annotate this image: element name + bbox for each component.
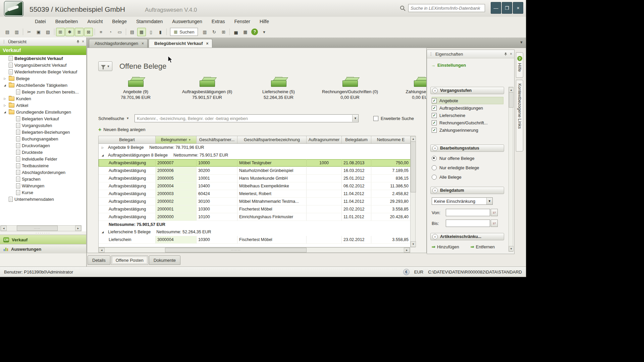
quick-search-input[interactable]: Kundennr., -bezeichnung, Belegnr. oder -… — [135, 114, 359, 122]
vorgangsstufe-zahlungserinnerung[interactable]: ✓Zahlungserinnerung — [432, 126, 503, 134]
einstellungen-link[interactable]: → Einstellungen — [431, 63, 466, 68]
expand-icon[interactable]: ▷ — [3, 77, 7, 80]
wrench-settings-icon[interactable]: ✱ — [65, 28, 74, 36]
pin-icon[interactable] — [76, 40, 80, 44]
panel-splitter[interactable]: ······· — [0, 231, 86, 235]
tree-item-belege[interactable]: ▷Belege — [0, 75, 86, 82]
date-from-input[interactable] — [446, 209, 490, 216]
tab-close-icon[interactable]: × — [142, 41, 144, 46]
section-artikeleinschraenkung[interactable]: ∧ Artikeleinschränku... — [430, 233, 504, 240]
section-belegdatum[interactable]: ∧ Belegdatum — [430, 187, 504, 194]
table-row[interactable]: Auftragsbestätigung200000510001Hans Must… — [99, 175, 411, 182]
tree-item-belege-zum-buchen-bereits[interactable]: Belege zum Buchen bereits... — [0, 88, 86, 95]
tab-offene-posten[interactable]: Offene Posten — [111, 255, 148, 265]
tree-item-kunden[interactable]: ▷Kunden — [0, 95, 86, 102]
restore-button[interactable]: ❐ — [502, 2, 512, 14]
send-print-icon[interactable]: ▤ — [128, 28, 137, 36]
column-header-belegdatum[interactable]: Belegdatum — [342, 136, 371, 143]
card-zahlungserinner[interactable]: Zahlungserinner0,00 EUR — [386, 76, 426, 103]
card-auftragsbestätigungen-8[interactable]: Auftragsbestätigungen (8)75.901,57 EUR — [171, 76, 243, 103]
select-dropdown-icon[interactable]: ▼ — [486, 198, 492, 204]
expand-icon[interactable]: ▷ — [3, 97, 7, 100]
radio-button[interactable] — [432, 156, 437, 161]
tree-item-währungen[interactable]: Währungen — [0, 182, 86, 189]
tree-item-drucktexte[interactable]: Drucktexte — [0, 149, 86, 156]
card-lieferscheine-5[interactable]: Lieferscheine (5)52.264,35 EUR — [243, 76, 314, 103]
belegdatum-range-select[interactable]: Keine Einschränkung ▼ — [432, 197, 493, 205]
document-icon[interactable]: ▯ — [147, 28, 155, 36]
side-tab-hilfe[interactable]: ? Hilfe — [516, 52, 523, 78]
card-angebote-9[interactable]: Angebote (9)78.701,96 EUR — [100, 76, 171, 103]
section-bearbeitungsstatus[interactable]: ∧ Bearbeitungsstatus — [430, 144, 504, 152]
erweiterte-suche-checkbox[interactable] — [373, 116, 378, 121]
checkbox[interactable]: ✓ — [432, 98, 437, 103]
tree-item-textbausteine[interactable]: Textbausteine — [0, 162, 86, 169]
scroll-left-icon[interactable]: ◄ — [99, 248, 105, 252]
menu-belege[interactable]: Belege — [107, 17, 131, 25]
chart-icon[interactable]: ▅ — [231, 28, 240, 36]
clock-icon[interactable]: ◔ — [106, 28, 115, 36]
tree-item-vorgangsstufen[interactable]: Vorgangsstufen — [0, 122, 86, 129]
vorgangsstufe-rechnungen-gutschrift[interactable]: ✓Rechnungen/Gutschrift... — [432, 119, 503, 126]
numbered-list-icon[interactable]: ≣ — [75, 28, 84, 36]
collapse-icon[interactable]: ∧ — [432, 88, 438, 93]
radio-button[interactable] — [432, 175, 437, 180]
vorgangsstufe-lieferscheine[interactable]: ✓Lieferscheine — [432, 112, 503, 119]
side-tab-kontextbezogene-links[interactable]: Kontextbezogene Links — [516, 80, 523, 152]
checkbox[interactable]: ✓ — [432, 113, 437, 118]
menu-hilfe[interactable]: Hilfe — [255, 17, 274, 25]
table-horizontal-scrollbar[interactable]: ◄ ⋯⋯⋯ ► — [98, 247, 410, 253]
expand-icon[interactable]: ▷ — [3, 104, 7, 107]
scroll-up-icon[interactable]: ▲ — [411, 136, 416, 142]
tree-item-belegübersicht-verkauf[interactable]: Belegübersicht Verkauf — [0, 55, 86, 62]
close-panel-icon[interactable]: × — [510, 52, 512, 56]
menu-extras[interactable]: Extras — [207, 17, 230, 25]
group-row-lieferscheine-5-belege[interactable]: ◢Lieferscheine 5 BelegeNettosumme: 52.26… — [99, 228, 411, 236]
scroll-right-icon[interactable]: ► — [75, 226, 81, 231]
expand-icon[interactable]: ◢ — [102, 231, 106, 234]
tab-abschlagsforderungen[interactable]: Abschlagsforderungen × — [89, 39, 148, 48]
print-icon[interactable]: ▥ — [12, 28, 21, 36]
scroll-up-icon[interactable]: ▲ — [509, 87, 514, 93]
new-document-link[interactable]: + Neuen Beleg anlegen — [98, 127, 145, 132]
column-header-geschäftspartner[interactable]: Geschäftspartner... — [197, 136, 237, 143]
calendar-icon[interactable]: 17 — [491, 220, 498, 227]
menu-fenster[interactable]: Fenster — [230, 17, 255, 25]
menu-ansicht[interactable]: Ansicht — [83, 17, 107, 25]
table-vertical-scrollbar[interactable]: ▲ ▼ — [410, 136, 416, 247]
expand-icon[interactable]: ◢ — [102, 154, 106, 157]
tab-list-dropdown-icon[interactable]: ▼ — [520, 40, 523, 44]
sidebar-item-verkauf[interactable]: 1,00 Verkauf — [0, 235, 86, 244]
filter-button[interactable]: ▼ — [98, 61, 112, 71]
collapse-icon[interactable]: ∧ — [432, 145, 438, 151]
tab-details[interactable]: Details — [88, 255, 110, 265]
tree-item-belegarten-beziehungen[interactable]: Belegarten-Beziehungen — [0, 129, 86, 135]
tab-beleguebersicht-verkauf[interactable]: Belegübersicht Verkauf × — [149, 39, 212, 48]
tree-item-abschlagsforderungen[interactable]: Abschlagsforderungen — [0, 169, 86, 176]
table-row[interactable]: Lieferschein300000410300Fischertest Möbe… — [99, 236, 411, 244]
column-header-geschäftspartnerbezeichnung[interactable]: Geschäftspartnerbezeichnung — [237, 136, 307, 143]
new-document-icon[interactable]: ▤ — [3, 28, 12, 36]
close-panel-icon[interactable]: × — [82, 39, 84, 44]
tree-item-individuelle-felder[interactable]: Individuelle Felder — [0, 156, 86, 162]
checkbox[interactable]: ✓ — [432, 106, 437, 111]
menu-stammdaten[interactable]: Stammdaten — [131, 17, 167, 25]
menu-auswertungen[interactable]: Auswertungen — [167, 17, 207, 25]
tree-item-vorgangsübersicht-verkauf[interactable]: Vorgangsübersicht Verkauf — [0, 62, 86, 68]
toolbar-search-box[interactable]: ▦Suchen — [170, 28, 198, 36]
table-row[interactable]: Auftragsbestätigung200000630200Naturholz… — [99, 167, 411, 175]
tree-item-buchungsangaben[interactable]: Buchungsangaben — [0, 135, 86, 142]
scroll-right-icon[interactable]: ► — [404, 248, 410, 252]
collapse-icon[interactable]: ∧ — [432, 188, 438, 193]
close-button[interactable]: × — [513, 2, 523, 14]
table-row[interactable]: Auftragsbestätigung200000360424Meiertest… — [99, 190, 411, 198]
calendar-icon[interactable]: ▦ — [241, 28, 250, 36]
table-row[interactable]: Auftragsbestätigung200000230100Möbel Mit… — [99, 198, 411, 205]
list-icon[interactable]: ≡ — [97, 28, 105, 36]
expand-icon[interactable]: ▷ — [102, 146, 106, 149]
tree-item-sprachen[interactable]: Sprachen — [0, 176, 86, 182]
quick-search-label[interactable]: Schnellsuche ▼ — [98, 116, 135, 121]
group-row-auftragsbestätigungen-8-belege[interactable]: ◢Auftragsbestätigungen 8 BelegeNettosumm… — [99, 152, 411, 159]
tree-view-icon[interactable]: ⊞ — [56, 28, 65, 36]
checkbox[interactable]: ✓ — [432, 120, 437, 125]
